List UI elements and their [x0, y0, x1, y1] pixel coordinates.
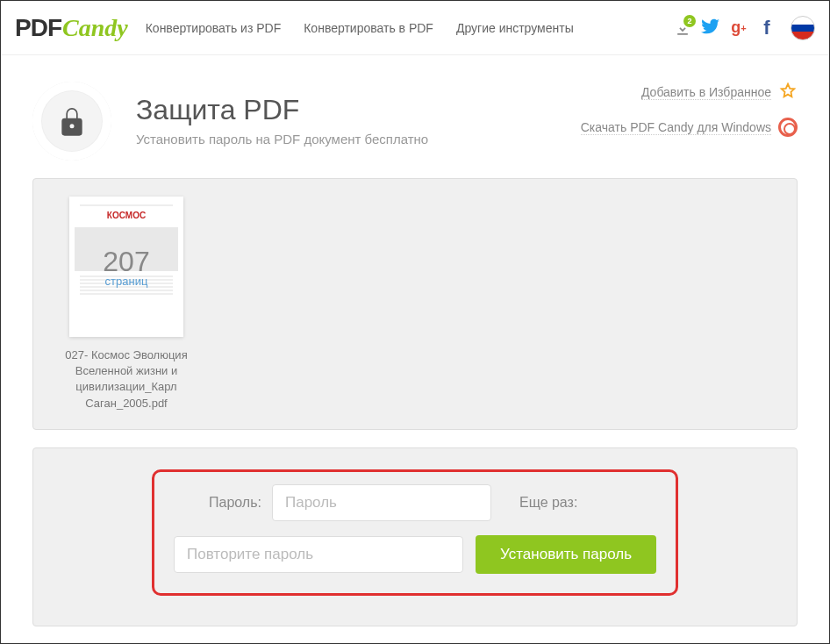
- repeat-label: Еще раз:: [519, 495, 577, 511]
- page-top: Защита PDF Установить пароль на PDF доку…: [1, 55, 829, 178]
- password-panel: Пароль: Еще раз: Установить пароль: [32, 447, 798, 626]
- page-count-number: 207: [103, 246, 149, 278]
- add-favorite-action[interactable]: Добавить в Избранное: [581, 82, 798, 104]
- header: PDF Candy Конвертировать из PDF Конверти…: [1, 1, 829, 55]
- page-title: Защита PDF: [136, 94, 428, 126]
- header-right: 2 g+ f: [673, 16, 815, 40]
- spiral-icon: [778, 118, 798, 137]
- language-flag-icon[interactable]: [791, 16, 815, 40]
- nav-convert-from-pdf[interactable]: Конвертировать из PDF: [146, 21, 282, 35]
- password-row: Пароль: Еще раз:: [174, 484, 656, 521]
- nav-other-tools[interactable]: Другие инструменты: [456, 21, 574, 35]
- twitter-icon[interactable]: [701, 17, 720, 39]
- password-input[interactable]: [272, 484, 491, 521]
- page-count-label: страниц: [103, 275, 149, 288]
- set-password-button[interactable]: Установить пароль: [476, 535, 656, 574]
- logo-candy-text: Candy: [62, 14, 128, 42]
- nav-convert-to-pdf[interactable]: Конвертировать в PDF: [304, 21, 433, 35]
- facebook-icon[interactable]: f: [757, 18, 776, 38]
- file-name: 027- Космос Эволюция Вселенной жизни и ц…: [56, 347, 197, 411]
- add-favorite-link[interactable]: Добавить в Избранное: [641, 85, 771, 100]
- top-actions: Добавить в Избранное Скачать PDF Candy д…: [581, 82, 798, 161]
- lock-icon: [32, 82, 111, 161]
- googleplus-icon[interactable]: g+: [729, 18, 748, 38]
- star-icon: [778, 82, 798, 104]
- logo[interactable]: PDF Candy: [15, 14, 128, 42]
- page-count-overlay: 207 страниц: [103, 246, 149, 288]
- download-badge: 2: [683, 15, 696, 27]
- main-nav: Конвертировать из PDF Конвертировать в P…: [146, 21, 574, 35]
- password-label: Пароль:: [209, 495, 261, 511]
- download-icon[interactable]: 2: [673, 18, 692, 38]
- logo-pdf-text: PDF: [15, 14, 61, 42]
- file-thumbnail: КОСМОС 207 страниц: [69, 197, 183, 337]
- download-windows-action[interactable]: Скачать PDF Candy для Windows: [581, 118, 798, 137]
- title-block: Защита PDF Установить пароль на PDF доку…: [136, 82, 428, 161]
- repeat-row: Установить пароль: [174, 535, 656, 574]
- file-card[interactable]: КОСМОС 207 страниц 027- Космос Эволюция …: [56, 197, 197, 411]
- download-windows-link[interactable]: Скачать PDF Candy для Windows: [581, 120, 771, 135]
- files-panel: КОСМОС 207 страниц 027- Космос Эволюция …: [32, 178, 798, 430]
- thumb-doc-title: КОСМОС: [107, 211, 146, 220]
- repeat-password-input[interactable]: [174, 536, 463, 573]
- password-form-highlight: Пароль: Еще раз: Установить пароль: [152, 469, 678, 596]
- page-subtitle: Установить пароль на PDF документ беспла…: [136, 132, 428, 147]
